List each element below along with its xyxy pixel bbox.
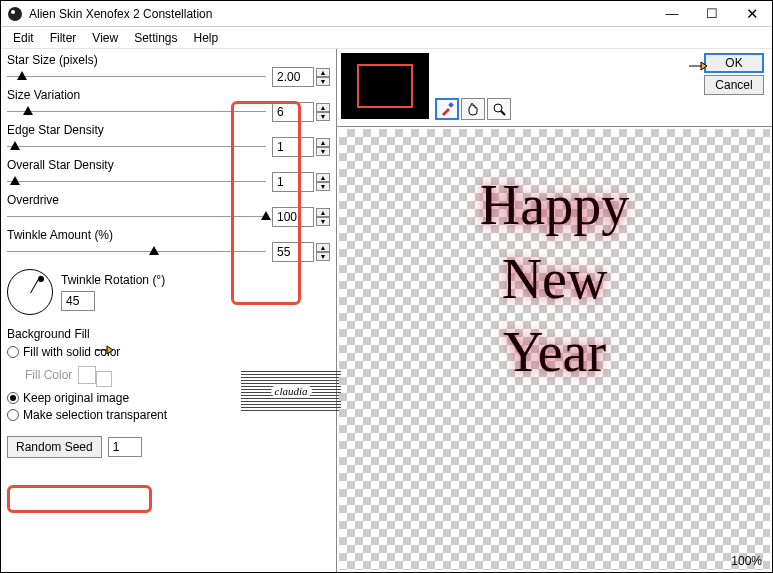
preview-panel: OK Cancel Happy New Year 100% <box>336 49 772 572</box>
random-seed-group: Random Seed 1 <box>7 436 330 458</box>
param-size-variation: Size Variation 6 ▲▼ <box>7 88 330 121</box>
dial-twinkle-rotation[interactable] <box>7 269 53 315</box>
preview-text-line3: Year <box>483 316 626 390</box>
input-size-variation[interactable]: 6 <box>272 102 314 122</box>
svg-rect-2 <box>448 102 454 108</box>
label-edge-density: Edge Star Density <box>7 123 330 137</box>
menu-help[interactable]: Help <box>188 29 225 47</box>
watermark: claudia <box>241 371 341 411</box>
zoom-tool[interactable] <box>487 98 511 120</box>
app-icon <box>7 6 23 22</box>
slider-overall-density[interactable] <box>7 181 266 183</box>
label-keep-original: Keep original image <box>23 391 129 405</box>
pointer-icon <box>93 342 115 358</box>
label-size-variation: Size Variation <box>7 88 330 102</box>
cancel-button[interactable]: Cancel <box>704 75 764 95</box>
spin-up[interactable]: ▲ <box>316 103 330 112</box>
param-star-size: Star Size (pixels) 2.00 ▲▼ <box>7 53 330 86</box>
input-star-size[interactable]: 2.00 <box>272 67 314 87</box>
minimize-button[interactable]: — <box>652 1 692 27</box>
label-overdrive: Overdrive <box>7 193 330 207</box>
spin-down[interactable]: ▼ <box>316 77 330 86</box>
svg-point-1 <box>11 10 15 14</box>
param-twinkle-amount: Twinkle Amount (%) 55 ▲▼ <box>7 228 330 261</box>
svg-point-0 <box>8 7 22 21</box>
eyedropper-tool[interactable] <box>435 98 459 120</box>
highlight-seed <box>7 485 152 513</box>
twinkle-rotation-group: Twinkle Rotation (°) 45 <box>7 269 330 315</box>
menu-filter[interactable]: Filter <box>44 29 83 47</box>
preview-canvas[interactable]: Happy New Year 100% <box>339 129 770 570</box>
spin-down[interactable]: ▼ <box>316 252 330 261</box>
spin-up[interactable]: ▲ <box>316 173 330 182</box>
spin-up[interactable]: ▲ <box>316 68 330 77</box>
preview-text-line1: Happy <box>460 169 649 243</box>
fill-color-swatch[interactable] <box>78 366 96 384</box>
input-twinkle-amount[interactable]: 55 <box>272 242 314 262</box>
close-button[interactable]: ✕ <box>732 1 772 27</box>
zoom-status: 100% <box>731 552 762 570</box>
slider-star-size[interactable] <box>7 76 266 78</box>
slider-twinkle-amount[interactable] <box>7 251 266 253</box>
radio-fill-solid[interactable]: Fill with solid color <box>7 345 330 359</box>
label-star-size: Star Size (pixels) <box>7 53 330 67</box>
param-edge-density: Edge Star Density 1 ▲▼ <box>7 123 330 156</box>
svg-line-4 <box>501 111 505 115</box>
input-overdrive[interactable]: 100 <box>272 207 314 227</box>
menu-bar: Edit Filter View Settings Help <box>1 27 772 49</box>
preview-text-line2: New <box>482 243 628 317</box>
input-edge-density[interactable]: 1 <box>272 137 314 157</box>
label-twinkle-amount: Twinkle Amount (%) <box>7 228 330 242</box>
random-seed-button[interactable]: Random Seed <box>7 436 102 458</box>
title-bar: Alien Skin Xenofex 2 Constellation — ☐ ✕ <box>1 1 772 27</box>
slider-overdrive[interactable] <box>7 216 266 218</box>
window-title: Alien Skin Xenofex 2 Constellation <box>29 7 652 21</box>
spin-up[interactable]: ▲ <box>316 138 330 147</box>
spin-down[interactable]: ▼ <box>316 182 330 191</box>
param-overall-density: Overall Star Density 1 ▲▼ <box>7 158 330 191</box>
fill-color-swatch-bg[interactable] <box>96 371 112 387</box>
input-overall-density[interactable]: 1 <box>272 172 314 192</box>
ok-button[interactable]: OK <box>704 53 764 73</box>
label-make-transparent: Make selection transparent <box>23 408 167 422</box>
spin-up[interactable]: ▲ <box>316 243 330 252</box>
hand-tool[interactable] <box>461 98 485 120</box>
spin-down[interactable]: ▼ <box>316 147 330 156</box>
svg-point-3 <box>494 104 502 112</box>
spin-down[interactable]: ▼ <box>316 217 330 226</box>
label-fill-color: Fill Color <box>25 368 72 382</box>
menu-settings[interactable]: Settings <box>128 29 183 47</box>
slider-edge-density[interactable] <box>7 146 266 148</box>
menu-edit[interactable]: Edit <box>7 29 40 47</box>
menu-view[interactable]: View <box>86 29 124 47</box>
slider-size-variation[interactable] <box>7 111 266 113</box>
spin-down[interactable]: ▼ <box>316 112 330 121</box>
controls-panel: Star Size (pixels) 2.00 ▲▼ Size Variatio… <box>1 49 336 572</box>
pointer-icon <box>687 58 709 74</box>
param-overdrive: Overdrive 100 ▲▼ <box>7 193 330 226</box>
spin-up[interactable]: ▲ <box>316 208 330 217</box>
label-overall-density: Overall Star Density <box>7 158 330 172</box>
input-random-seed[interactable]: 1 <box>108 437 142 457</box>
input-twinkle-rotation[interactable]: 45 <box>61 291 95 311</box>
maximize-button[interactable]: ☐ <box>692 1 732 27</box>
preview-thumbnail[interactable] <box>341 53 429 119</box>
label-twinkle-rotation: Twinkle Rotation (°) <box>61 273 165 287</box>
label-background-fill: Background Fill <box>7 327 330 341</box>
